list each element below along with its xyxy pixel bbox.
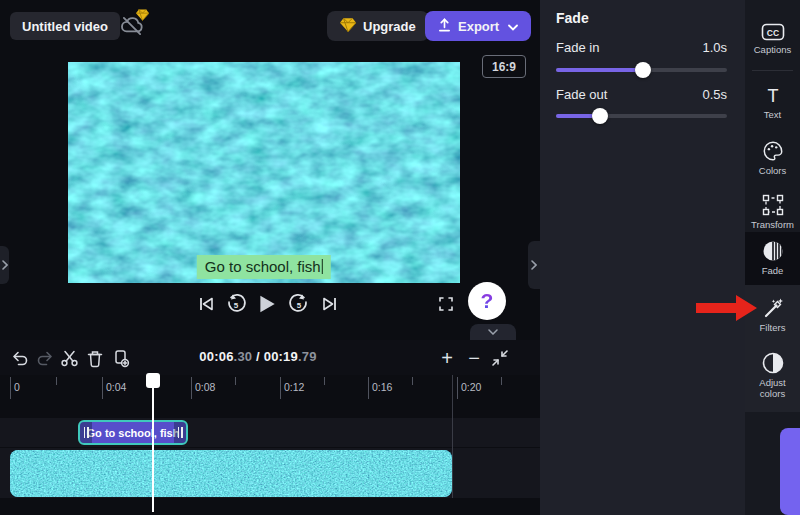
text-icon: T [763,86,783,106]
fade-out-slider[interactable] [556,108,727,124]
slider-thumb[interactable] [635,62,651,78]
video-preview[interactable]: Go to school, fish [68,62,460,283]
rail-item-transform[interactable]: Transform [745,186,800,238]
ruler-tick-label: 0:08 [195,381,215,393]
fade-out-value: 0.5s [702,87,727,102]
clip-trim-handle-left[interactable] [80,422,92,443]
trash-icon [86,349,104,368]
chevron-down-icon [508,19,518,34]
ruler-tick [324,377,325,385]
caption-text: Go to school, fish [205,258,321,275]
ruler-tick-label: 0:12 [284,381,304,393]
right-panel-toggle[interactable] [528,241,540,289]
svg-text:CC: CC [766,27,778,37]
ruler-tick [235,377,236,385]
ruler-tick [457,377,458,399]
rail-item-adjust-colors[interactable]: Adjust colors [745,345,800,407]
ruler-tick [10,377,11,399]
redo-button[interactable] [34,347,56,369]
video-clip[interactable] [10,450,452,497]
upgrade-label: Upgrade [363,19,416,34]
svg-text:5: 5 [234,301,239,310]
split-button[interactable] [58,347,80,369]
svg-text:5: 5 [297,301,302,310]
export-button[interactable]: Export [425,11,531,41]
forward-5s-icon: 5 [288,293,310,315]
redo-icon [36,349,55,368]
caption-clip[interactable]: Go to school, fish [78,420,188,445]
text-cursor [322,259,324,274]
undo-icon [10,349,29,368]
adjust-colors-icon [762,352,784,374]
fullscreen-icon [437,295,455,313]
forward-5s-button[interactable]: 5 [287,292,311,316]
playhead-handle[interactable] [146,373,160,388]
duplicate-button[interactable] [110,347,132,369]
skip-end-button[interactable] [318,292,342,316]
caption-track: Go to school, fish [0,418,540,447]
skip-start-icon [197,295,215,313]
scissors-icon [60,349,79,368]
upgrade-button[interactable]: Upgrade [327,11,429,41]
ruler-tick [368,377,369,399]
fade-in-slider[interactable] [556,62,727,78]
purple-panel-fragment [780,428,800,515]
rewind-5s-icon: 5 [225,293,247,315]
caption-text-box[interactable]: Go to school, fish [197,255,331,279]
fade-out-label: Fade out [556,87,607,102]
total-ms: .79 [298,349,317,364]
cloud-sync-off-icon [119,13,149,43]
diamond-icon [340,18,356,35]
rail-divider [752,70,793,71]
rail-item-text[interactable]: T Text [745,78,800,128]
project-title-button[interactable]: Untitled video [10,12,120,40]
panel-title: Fade [556,10,589,26]
rewind-5s-button[interactable]: 5 [224,292,248,316]
current-time: 00:06 [199,349,233,364]
palette-icon [762,140,784,162]
zoom-out-button[interactable]: − [463,347,485,369]
play-icon [256,293,278,315]
fade-panel: Fade Fade in 1.0s Fade out 0.5s [540,0,745,515]
fullscreen-button[interactable] [434,292,458,316]
fade-in-value: 1.0s [702,40,727,55]
timeline-toolbar: 00:06.30 / 00:19.79 + − [0,340,540,375]
ruler-tick [56,377,57,385]
total-time: 00:19 [264,349,298,364]
rail-item-colors[interactable]: Colors [745,132,800,184]
time-display: 00:06.30 / 00:19.79 [178,349,338,364]
slider-thumb[interactable] [592,108,608,124]
rail-item-captions[interactable]: CC Captions [745,12,800,66]
filters-wand-icon [762,297,784,319]
slider-fill [556,68,643,72]
playhead-line [152,386,154,512]
timeline-ruler[interactable]: 0 0:04 0:08 0:12 0:16 0:20 [0,375,540,405]
ruler-tick-label: 0 [14,381,20,393]
ruler-tick-label: 0:04 [106,381,126,393]
preview-collapse-tab[interactable] [470,324,516,340]
zoom-in-button[interactable]: + [436,347,458,369]
minus-icon: − [468,348,480,368]
collapse-timeline-button[interactable] [489,347,511,369]
clip-trim-handle-right[interactable] [174,422,186,443]
delete-button[interactable] [84,347,106,369]
aspect-ratio-badge[interactable]: 16:9 [482,55,526,78]
help-button[interactable]: ? [468,282,506,320]
export-label: Export [458,19,499,34]
undo-button[interactable] [8,347,30,369]
skip-start-button[interactable] [194,292,218,316]
current-ms: .30 [234,349,253,364]
captions-icon: CC [761,23,785,41]
ruler-tick [501,377,502,385]
fade-in-label: Fade in [556,40,599,55]
left-panel-toggle[interactable] [0,246,9,284]
ruler-tick [102,377,103,399]
rail-item-fade[interactable]: Fade [745,232,800,285]
time-separator: / [252,349,263,364]
play-button[interactable] [255,292,279,316]
timeline-end-marker [452,375,453,498]
svg-text:T: T [767,86,778,106]
ruler-tick [280,377,281,399]
collapse-diagonal-icon [491,349,509,367]
clipchamp-editor: Untitled video Upgrade [0,0,800,515]
